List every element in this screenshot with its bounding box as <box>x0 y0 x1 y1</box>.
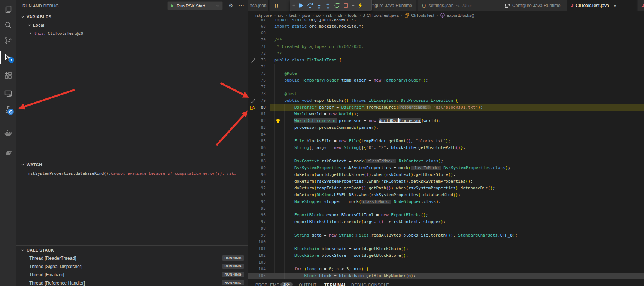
code-line[interactable]: 101 Blockchain blockchain = world.getBlo… <box>248 246 644 252</box>
code-line[interactable]: 86 String[] args = new String[]{"0", "2"… <box>248 144 644 151</box>
variables-scope-local[interactable]: Local <box>16 21 248 29</box>
code-line[interactable]: 84 <box>248 131 644 138</box>
breadcrumb-segment[interactable]: test <box>289 13 297 18</box>
step-into-button[interactable] <box>315 1 323 10</box>
breadcrumb-symbol-method[interactable]: exportBlocks() <box>440 13 474 18</box>
step-out-button[interactable] <box>323 1 332 10</box>
code-line[interactable]: 70/** <box>248 37 644 43</box>
code-line[interactable]: 82 WorldDslProcessor processor = new Wor… <box>248 118 644 124</box>
continue-button[interactable] <box>297 1 306 10</box>
code-line[interactable]: 78 @Test <box>248 91 644 97</box>
code-line[interactable]: 87 <box>248 151 644 158</box>
launch-config-dropdown[interactable]: Run RSK Start <box>167 1 223 10</box>
docker-icon[interactable] <box>0 125 16 140</box>
code-line[interactable]: 80 DslParser parser = DslParser.fromReso… <box>248 104 644 111</box>
start-debug-icon[interactable] <box>171 4 174 8</box>
call-stack-section-header[interactable]: CALL STACK <box>16 246 248 254</box>
tab-clitoolstest.java[interactable]: JCliToolsTest.java× <box>567 0 637 11</box>
code-line[interactable]: 96 ExportBlocks exportBlocksCliTool = ne… <box>248 212 644 219</box>
code-line[interactable]: 104 for (long n = 0; n < 3; n++) { <box>248 266 644 273</box>
code-line[interactable]: 103 <box>248 259 644 266</box>
tab-configure-java-runtime[interactable]: Configure Java Runtime <box>501 0 567 11</box>
breadcrumb-segment[interactable]: src <box>278 13 283 18</box>
tab-hidden[interactable]: {} <box>270 0 292 11</box>
code-line[interactable]: 74 <box>248 64 644 70</box>
code-line-text: BlockStore blockStore = world.getBlockSt… <box>274 252 408 259</box>
search-icon[interactable] <box>0 18 16 33</box>
fold-marker-icon[interactable] <box>250 98 256 104</box>
json-file-icon: {} <box>422 3 426 8</box>
code-line[interactable]: 90 doReturn(world.getBlockStore()).when(… <box>248 171 644 178</box>
variables-section-header[interactable]: VARIABLES <box>16 13 248 21</box>
code-line[interactable]: 94 NodeStopper stopper = mock(classToMoc… <box>248 198 644 205</box>
code-line[interactable]: 69 <box>248 30 644 37</box>
line-number: 93 <box>248 192 266 198</box>
breadcrumb-segment[interactable]: rsk <box>326 13 332 18</box>
code-line[interactable]: 99 String data = new String(Files.readAl… <box>248 232 644 239</box>
code-line[interactable]: 68import static org.mockito.Mockito.*; <box>248 23 644 30</box>
code-line[interactable]: 76 public TemporaryFolder tempFolder = n… <box>248 77 644 84</box>
step-over-button[interactable] <box>306 1 315 10</box>
tab-nch.json[interactable]: nch.json <box>248 0 269 11</box>
call-stack-thread-row[interactable]: Thread [Reference Handler]RUNNING <box>16 279 248 286</box>
breadcrumb-segment[interactable]: tools <box>348 13 357 18</box>
code-line[interactable]: 97 exportBlocksCliTool.execute(args, () … <box>248 219 644 225</box>
stop-button[interactable] <box>341 1 350 10</box>
extensions-icon[interactable] <box>0 68 16 83</box>
breadcrumb-segment[interactable]: rskj-core <box>255 13 272 18</box>
code-line[interactable]: 91 doReturn(rskSystemProperties).when(rs… <box>248 178 644 185</box>
close-icon[interactable]: × <box>614 3 617 9</box>
code-line[interactable]: 92 doReturn(tempFolder.getRoot().getPath… <box>248 185 644 192</box>
watch-section-header[interactable]: WATCH <box>16 161 248 169</box>
call-stack-thread-row[interactable]: Thread [Finalizer]RUNNING <box>16 271 248 279</box>
code-line[interactable]: 75 @Rule <box>248 70 644 77</box>
breadcrumb-symbol-class[interactable]: CliToolsTest <box>404 13 434 18</box>
tab-hidden[interactable]: J <box>638 0 644 11</box>
code-line[interactable]: 89 RskSystemProperties rskSystemProperti… <box>248 165 644 171</box>
breadcrumb-segment[interactable]: cli <box>338 13 342 18</box>
code-line[interactable]: 105 Block block = blockchain.getBlockByN… <box>248 273 644 279</box>
call-stack-thread-row[interactable]: Thread [Signal Dispatcher]RUNNING <box>16 262 248 271</box>
panel-tab-problems[interactable]: PROBLEMS <box>255 283 279 286</box>
gear-icon[interactable]: ⚙ <box>228 0 233 12</box>
json-file-icon: {} <box>274 3 279 8</box>
panel-tab-output[interactable]: OUTPUT <box>299 283 317 286</box>
code-line[interactable]: 71 * Created by ajlopez on 26/04/2020. <box>248 43 644 50</box>
variable-this-row[interactable]: this: CliToolsTest@29 <box>16 29 248 37</box>
code-line[interactable]: 73public class CliToolsTest { <box>248 57 644 64</box>
code-editor[interactable]: 67import static org.junit.Assert.*;68imp… <box>248 19 644 282</box>
code-line[interactable]: 72 */ <box>248 50 644 57</box>
fold-marker-icon[interactable] <box>250 57 256 63</box>
code-line[interactable]: 93 doReturn(DbKind.LEVEL_DB).when(rskSys… <box>248 192 644 198</box>
explorer-icon[interactable] <box>0 2 16 17</box>
panel-tab-debug-console[interactable]: DEBUG CONSOLE <box>351 283 389 286</box>
code-line[interactable]: 83 processor.processCommands(parser); <box>248 124 644 131</box>
code-line[interactable]: 67import static org.junit.Assert.*; <box>248 19 644 23</box>
code-line[interactable]: 79 public void exportBlocks() throws IOE… <box>248 97 644 104</box>
code-line[interactable]: 88 RskContext rskContext = mock(classToM… <box>248 158 644 165</box>
breadcrumb-segment[interactable]: java <box>302 13 310 18</box>
remote-explorer-icon[interactable] <box>0 86 16 101</box>
tab-label: Configure Java Runtime <box>512 3 561 8</box>
watch-expression-row[interactable]: rskSystemProperties.databaseKind(): Cann… <box>16 169 248 177</box>
restart-button[interactable] <box>332 1 341 10</box>
code-line[interactable]: 100 <box>248 239 644 246</box>
code-line[interactable]: 77 <box>248 84 644 91</box>
code-line[interactable]: 98 <box>248 225 644 232</box>
more-actions-icon[interactable]: ⋯ <box>238 0 244 10</box>
gradle-icon[interactable] <box>0 145 16 160</box>
source-control-icon[interactable] <box>0 33 16 48</box>
panel-tab-terminal[interactable]: TERMINAL <box>324 283 347 286</box>
stop-options-button[interactable] <box>350 1 356 10</box>
run-and-debug-icon[interactable] <box>0 50 16 65</box>
code-line[interactable]: 85 File blocksFile = new File(tempFolder… <box>248 138 644 144</box>
code-line[interactable]: 81 World world = new World(); <box>248 111 644 118</box>
breadcrumb-segment[interactable]: co <box>316 13 321 18</box>
breadcrumb-file[interactable]: JCliToolsTest.java <box>363 13 398 18</box>
debug-current-line-icon[interactable] <box>250 104 256 110</box>
hot-code-replace-button[interactable] <box>356 1 365 10</box>
code-line[interactable]: 102 BlockStore blockStore = world.getBlo… <box>248 252 644 259</box>
call-stack-thread-row[interactable]: Thread [ReaderThread]RUNNING <box>16 254 248 262</box>
code-line[interactable]: 95 <box>248 205 644 212</box>
tab-settings.json[interactable]: {}settings.json~/.../User <box>418 0 501 11</box>
